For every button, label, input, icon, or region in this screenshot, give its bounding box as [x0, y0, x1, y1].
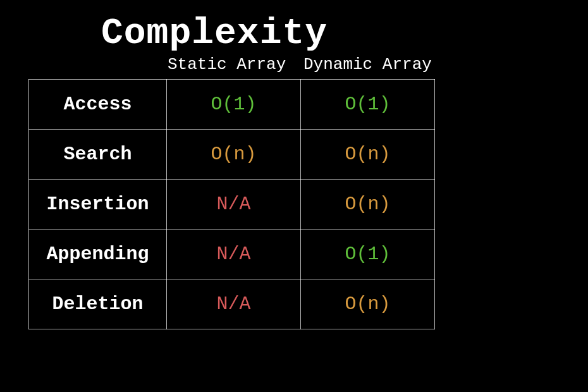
table-row: Appending N/A O(1): [29, 230, 435, 279]
cell-insertion-dynamic: O(n): [301, 180, 435, 230]
cell-appending-dynamic: O(1): [301, 230, 435, 279]
cell-insertion-static: N/A: [167, 180, 301, 230]
page-title: Complexity: [101, 13, 563, 54]
cell-search-static: O(n): [167, 130, 301, 180]
cell-appending-static: N/A: [167, 230, 301, 279]
table-row: Insertion N/A O(n): [29, 180, 435, 230]
column-headers: Static Array Dynamic Array: [168, 55, 563, 74]
row-label-access: Access: [29, 80, 167, 130]
table-row: Search O(n) O(n): [29, 130, 435, 180]
cell-deletion-dynamic: O(n): [301, 279, 435, 329]
cell-access-dynamic: O(1): [301, 80, 435, 130]
table-row: Deletion N/A O(n): [29, 279, 435, 329]
complexity-table: Access O(1) O(1) Search O(n) O(n) Insert…: [28, 79, 435, 329]
cell-access-static: O(1): [167, 80, 301, 130]
cell-search-dynamic: O(n): [301, 130, 435, 180]
table-row: Access O(1) O(1): [29, 80, 435, 130]
header-static-array: Static Array: [168, 55, 303, 74]
row-label-search: Search: [29, 130, 167, 180]
row-label-deletion: Deletion: [29, 279, 167, 329]
header-dynamic-array: Dynamic Array: [303, 55, 443, 74]
row-label-insertion: Insertion: [29, 180, 167, 230]
row-label-appending: Appending: [29, 230, 167, 279]
cell-deletion-static: N/A: [167, 279, 301, 329]
